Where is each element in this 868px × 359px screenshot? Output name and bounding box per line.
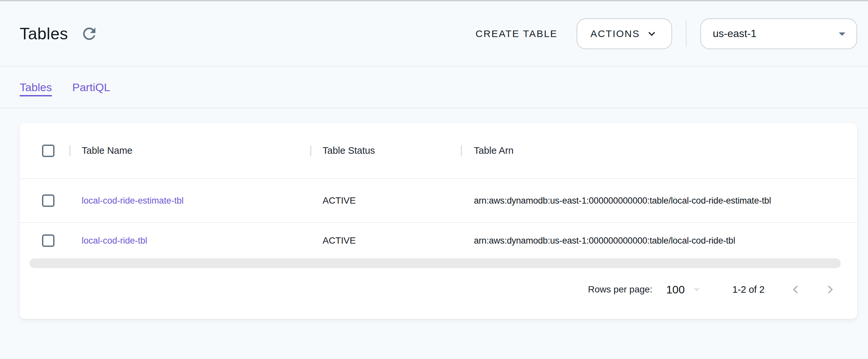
column-separator — [461, 145, 462, 156]
rows-per-page-label: Rows per page: — [588, 284, 652, 295]
column-header-label: Table Name — [82, 145, 132, 156]
tab-partiql[interactable]: PartiQL — [72, 81, 110, 94]
chevron-right-icon — [823, 282, 838, 297]
region-select-value: us-east-1 — [713, 28, 756, 40]
header-actions: CREATE TABLE ACTIONS us-east-1 — [475, 19, 857, 49]
horizontal-scrollbar-thumb[interactable] — [30, 258, 841, 268]
column-separator — [310, 145, 311, 156]
row-checkbox[interactable] — [42, 194, 55, 207]
chevron-left-icon — [787, 282, 803, 297]
arn-value: arn:aws:dynamodb:us-east-1:000000000000:… — [474, 196, 771, 205]
rows-per-page-select[interactable]: 100 — [666, 282, 704, 297]
table-name-cell: local-cod-ride-estimate-tbl — [69, 196, 310, 206]
tab-tables[interactable]: Tables — [20, 81, 52, 94]
status-value: ACTIVE — [322, 195, 356, 205]
header-checkbox-cell — [20, 144, 69, 157]
header-divider — [686, 21, 686, 47]
table-arn-cell: arn:aws:dynamodb:us-east-1:000000000000:… — [461, 196, 857, 206]
table-status-cell: ACTIVE — [310, 195, 461, 206]
page-title: Tables — [20, 24, 68, 43]
tables-card: Table Name Table Status Table Arn local-… — [20, 123, 857, 319]
table-status-cell: ACTIVE — [310, 235, 461, 246]
horizontal-scrollbar-track — [20, 258, 857, 268]
region-select[interactable]: us-east-1 — [700, 19, 857, 49]
actions-button[interactable]: ACTIONS — [577, 19, 672, 49]
refresh-icon — [80, 25, 98, 43]
pagination-footer: Rows per page: 100 1-2 of 2 — [20, 268, 857, 319]
table-arn-cell: arn:aws:dynamodb:us-east-1:000000000000:… — [461, 236, 857, 246]
chevron-down-icon — [645, 27, 658, 40]
arrow-drop-down-icon — [834, 26, 850, 42]
main-content: Table Name Table Status Table Arn local-… — [0, 108, 868, 319]
rows-per-page-value: 100 — [666, 283, 685, 296]
table-header-row: Table Name Table Status Table Arn — [20, 123, 857, 178]
table-row: local-cod-ride-estimate-tbl ACTIVE arn:a… — [20, 178, 857, 222]
table-name-cell: local-cod-ride-tbl — [69, 236, 310, 246]
previous-page-button[interactable] — [787, 282, 803, 297]
table-name-link[interactable]: local-cod-ride-estimate-tbl — [82, 196, 184, 205]
header-left: Tables — [20, 24, 98, 43]
arrow-drop-down-icon — [689, 282, 704, 297]
pagination-range: 1-2 of 2 — [733, 284, 765, 295]
select-all-checkbox[interactable] — [42, 144, 55, 157]
actions-button-label: ACTIONS — [590, 28, 640, 39]
column-separator — [69, 145, 70, 156]
column-header-label: Table Status — [322, 145, 375, 156]
arn-value: arn:aws:dynamodb:us-east-1:000000000000:… — [474, 236, 735, 246]
row-checkbox[interactable] — [42, 234, 55, 247]
row-checkbox-cell — [20, 234, 69, 247]
tabbar: Tables PartiQL — [0, 67, 868, 108]
page-header: Tables CREATE TABLE ACTIONS us-east-1 — [0, 1, 868, 67]
table-row: local-cod-ride-tbl ACTIVE arn:aws:dynamo… — [20, 222, 857, 258]
column-header-label: Table Arn — [474, 145, 514, 156]
status-value: ACTIVE — [322, 235, 356, 246]
column-header-table-arn: Table Arn — [461, 145, 857, 156]
column-header-table-name: Table Name — [69, 145, 310, 156]
column-header-table-status: Table Status — [310, 145, 461, 156]
next-page-button[interactable] — [823, 282, 838, 297]
table-name-link[interactable]: local-cod-ride-tbl — [82, 236, 147, 246]
refresh-button[interactable] — [80, 25, 98, 43]
row-checkbox-cell — [20, 194, 69, 207]
create-table-button[interactable]: CREATE TABLE — [475, 28, 558, 39]
